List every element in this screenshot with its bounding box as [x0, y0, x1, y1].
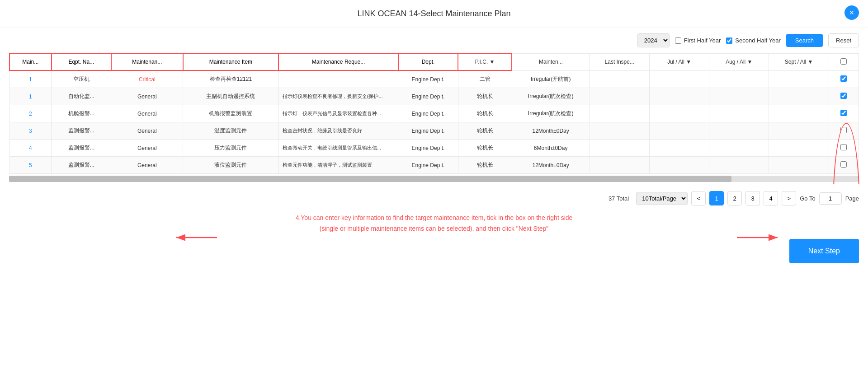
- second-half-year-text: Second Half Year: [735, 37, 780, 44]
- cell-aug-3: [709, 122, 769, 140]
- filter-maintenance-item[interactable]: [187, 59, 275, 65]
- table-row: 1 空压机 Critical 检查再检查12121 Engine Dep t. …: [9, 70, 859, 88]
- hint-section: 4.You can enter key information to find …: [0, 213, 868, 239]
- close-button[interactable]: ×: [844, 5, 859, 20]
- col-aug-label: Aug / All: [726, 59, 745, 65]
- pic-dropdown-icon[interactable]: ▼: [490, 59, 495, 65]
- cell-maint-3: General: [111, 122, 183, 140]
- cell-req-4: 检查微动开关，电统引线测量管系及输出信...: [278, 140, 398, 157]
- horizontal-scrollbar[interactable]: [9, 176, 859, 182]
- cell-dept-4: Engine Dep t.: [398, 140, 458, 157]
- first-half-year-label[interactable]: First Half Year: [675, 37, 721, 44]
- prev-page-button[interactable]: <: [691, 191, 706, 205]
- cell-jul-1: [649, 88, 709, 105]
- goto-input[interactable]: [819, 192, 842, 205]
- cell-aug-1: [709, 88, 769, 105]
- row-num-2[interactable]: 2: [29, 111, 32, 117]
- col-sept[interactable]: Sept / All ▼: [769, 53, 829, 70]
- cell-last-4: [590, 140, 649, 157]
- page-4-button[interactable]: 4: [764, 191, 778, 205]
- filter-eqpt-name[interactable]: [56, 59, 107, 65]
- second-half-year-checkbox[interactable]: [726, 37, 732, 44]
- cell-cycle-1: Irregular(航次检查): [512, 88, 590, 105]
- page-1-button[interactable]: 1: [709, 191, 724, 205]
- row-num-0[interactable]: 1: [29, 76, 32, 83]
- cell-pic-1: 轮机长: [458, 88, 512, 105]
- page-3-button[interactable]: 3: [745, 191, 760, 205]
- col-dept: [398, 53, 458, 70]
- cell-eqpt-1: 自动化监...: [52, 88, 111, 105]
- cell-maint-5: General: [111, 157, 183, 174]
- row-checkbox-3[interactable]: [840, 127, 847, 133]
- cell-eqpt-3: 监测报警...: [52, 122, 111, 140]
- table-row: 3 监测报警... General 温度监测元件 检查密封状况，绝缘及引线是否良…: [9, 122, 859, 140]
- col-main-no: [9, 53, 52, 70]
- cell-item-0: 检查再检查12121: [183, 70, 279, 88]
- row-checkbox-5[interactable]: [840, 161, 847, 168]
- cell-maint-0: Critical: [111, 70, 183, 88]
- col-eqpt-name: [52, 53, 111, 70]
- next-step-button[interactable]: Next Step: [789, 239, 859, 263]
- aug-dropdown-icon[interactable]: ▼: [747, 59, 753, 65]
- cell-check-2: [829, 105, 859, 122]
- cell-sept-1: [769, 88, 829, 105]
- filter-maintenance-req[interactable]: [283, 59, 394, 65]
- cell-check-3: [829, 122, 859, 140]
- row-checkbox-2[interactable]: [840, 110, 847, 116]
- row-checkbox-0[interactable]: [840, 75, 847, 82]
- col-jul[interactable]: Jul / All ▼: [649, 53, 709, 70]
- cell-pic-4: 轮机长: [458, 140, 512, 157]
- cell-check-0: [829, 70, 859, 88]
- filter-dept[interactable]: [402, 59, 454, 65]
- cell-aug-5: [709, 157, 769, 174]
- cell-main-no-3: 3: [9, 122, 52, 140]
- goto-label: Go To: [800, 195, 815, 202]
- cell-last-2: [590, 105, 649, 122]
- search-button[interactable]: Search: [786, 34, 823, 47]
- row-num-4[interactable]: 4: [29, 145, 32, 151]
- page-size-select[interactable]: 10Total/Page: [636, 192, 688, 205]
- table-container: P.I.C. ▼ Mainten... Last Inspe... Jul / …: [0, 53, 868, 184]
- row-checkbox-4[interactable]: [840, 144, 847, 150]
- maintenance-table: P.I.C. ▼ Mainten... Last Inspe... Jul / …: [9, 53, 859, 174]
- cell-main-no-0: 1: [9, 70, 52, 88]
- cell-main-no-1: 1: [9, 88, 52, 105]
- row-num-1[interactable]: 1: [29, 93, 32, 100]
- cell-sept-0: [769, 70, 829, 88]
- second-half-year-label[interactable]: Second Half Year: [726, 37, 780, 44]
- cell-req-3: 检查密封状况，绝缘及引线是否良好: [278, 122, 398, 140]
- cell-sept-5: [769, 157, 829, 174]
- select-all-checkbox[interactable]: [840, 58, 847, 65]
- cell-maint-1: General: [111, 88, 183, 105]
- filter-maintenance[interactable]: [115, 59, 179, 65]
- jul-dropdown-icon[interactable]: ▼: [686, 59, 691, 65]
- cell-cycle-4: 6Month±0Day: [512, 140, 590, 157]
- next-page-button[interactable]: >: [782, 191, 796, 205]
- title-bar: LINK OCEAN 14-Select Maintenance Plan ×: [0, 0, 868, 28]
- page-title: LINK OCEAN 14-Select Maintenance Plan: [357, 9, 510, 18]
- cell-aug-2: [709, 105, 769, 122]
- page-2-button[interactable]: 2: [727, 191, 742, 205]
- row-num-3[interactable]: 3: [29, 128, 32, 134]
- reset-button[interactable]: Reset: [828, 33, 859, 47]
- cell-main-no-4: 4: [9, 140, 52, 157]
- filter-main-no[interactable]: [14, 59, 47, 65]
- sept-dropdown-icon[interactable]: ▼: [808, 59, 813, 65]
- cell-dept-0: Engine Dep t.: [398, 70, 458, 88]
- cell-eqpt-0: 空压机: [52, 70, 111, 88]
- cell-item-3: 温度监测元件: [183, 122, 279, 140]
- col-maintenance: [111, 53, 183, 70]
- cell-last-1: [590, 88, 649, 105]
- row-checkbox-1[interactable]: [840, 93, 847, 99]
- cell-item-2: 机舱报警监测装置: [183, 105, 279, 122]
- col-aug[interactable]: Aug / All ▼: [709, 53, 769, 70]
- cell-aug-0: [709, 70, 769, 88]
- year-select[interactable]: 2024: [637, 33, 670, 47]
- main-window: LINK OCEAN 14-Select Maintenance Plan × …: [0, 0, 868, 392]
- row-num-5[interactable]: 5: [29, 162, 32, 168]
- first-half-year-checkbox[interactable]: [675, 37, 681, 44]
- cell-last-5: [590, 157, 649, 174]
- table-body: 1 空压机 Critical 检查再检查12121 Engine Dep t. …: [9, 70, 859, 174]
- cell-jul-2: [649, 105, 709, 122]
- cell-jul-3: [649, 122, 709, 140]
